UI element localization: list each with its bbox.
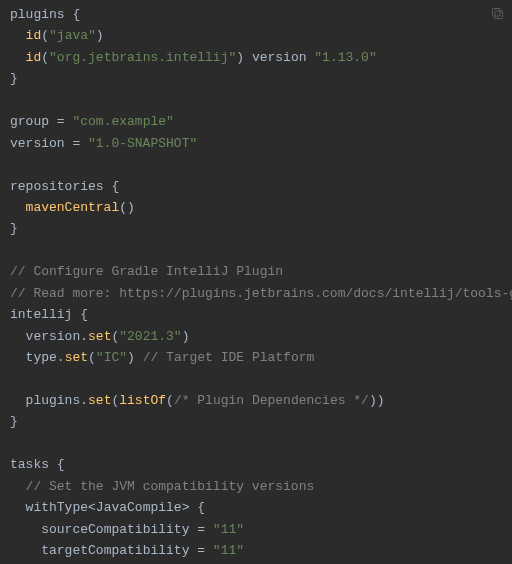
code-line: id("org.jetbrains.intellij") version "1.…	[10, 50, 377, 65]
blank-line	[10, 436, 18, 451]
code-line: group = "com.example"	[10, 114, 174, 129]
code-line: withType<JavaCompile> {	[10, 500, 205, 515]
code-line: }	[10, 221, 18, 236]
blank-line	[10, 157, 18, 172]
code-line: version = "1.0-SNAPSHOT"	[10, 136, 197, 151]
code-block: plugins { id("java") id("org.jetbrains.i…	[0, 0, 512, 564]
code-line: type.set("IC") // Target IDE Platform	[10, 350, 314, 365]
blank-line	[10, 243, 18, 258]
code-line: plugins.set(listOf(/* Plugin Dependencie…	[10, 393, 385, 408]
copy-icon[interactable]	[488, 4, 506, 22]
code-line: targetCompatibility = "11"	[10, 543, 244, 558]
code-line: id("java")	[10, 28, 104, 43]
code-line: }	[10, 414, 18, 429]
code-line: repositories {	[10, 179, 119, 194]
code-comment: // Configure Gradle IntelliJ Plugin	[10, 264, 283, 279]
code-line: sourceCompatibility = "11"	[10, 522, 244, 537]
blank-line	[10, 371, 18, 386]
code-line: plugins {	[10, 7, 80, 22]
code-line: }	[10, 71, 18, 86]
code-line: mavenCentral()	[10, 200, 135, 215]
code-line: version.set("2021.3")	[10, 329, 189, 344]
blank-line	[10, 93, 18, 108]
code-line: tasks {	[10, 457, 65, 472]
code-line: // Set the JVM compatibility versions	[10, 479, 314, 494]
svg-rect-1	[492, 8, 500, 16]
code-line: intellij {	[10, 307, 88, 322]
code-comment: // Read more: https://plugins.jetbrains.…	[10, 286, 512, 301]
svg-rect-0	[495, 11, 503, 19]
